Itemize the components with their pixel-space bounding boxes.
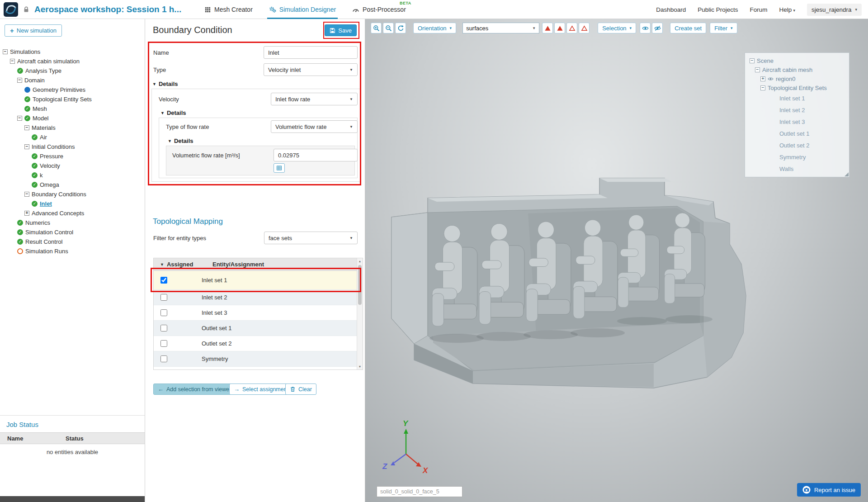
highlight-faces-button-2[interactable] bbox=[554, 23, 565, 33]
flow-rate-input[interactable] bbox=[274, 149, 358, 161]
expand-icon[interactable]: + bbox=[760, 76, 765, 81]
sidebar-item-boundary-conditions[interactable]: −Boundary Conditions bbox=[0, 189, 145, 199]
sort-descending-icon[interactable]: ▼ bbox=[160, 262, 164, 267]
scrollbar-thumb[interactable] bbox=[358, 265, 362, 305]
details-section-header[interactable]: ▼Details bbox=[152, 81, 178, 87]
scene-item-walls[interactable]: Walls bbox=[747, 163, 847, 175]
scene-item-inlet-set-2[interactable]: Inlet set 2 bbox=[747, 104, 847, 116]
collapse-icon[interactable]: − bbox=[760, 85, 765, 90]
table-row-outlet-set-2[interactable]: Outlet set 2 bbox=[154, 336, 363, 351]
sidebar-item-initial-conditions[interactable]: −Initial Conditions bbox=[0, 142, 145, 152]
resize-handle[interactable] bbox=[844, 172, 849, 176]
tab-simulation-designer[interactable]: Simulation Designer bbox=[267, 0, 338, 19]
velocity-select[interactable]: Inlet flow rate▼ bbox=[271, 93, 358, 105]
table-row-inlet-set-1[interactable]: Inlet set 1 bbox=[154, 271, 363, 290]
sidebar-item-air[interactable]: ✓Air bbox=[0, 133, 145, 142]
help-menu[interactable]: Help▾ bbox=[779, 6, 795, 13]
scroll-up-icon[interactable]: ▲ bbox=[357, 258, 363, 264]
add-selection-from-viewer-button[interactable]: ←Add selection from viewer bbox=[153, 384, 236, 395]
collapse-icon[interactable]: − bbox=[24, 192, 29, 197]
collapse-icon[interactable]: − bbox=[24, 125, 29, 130]
assignment-checkbox[interactable] bbox=[160, 340, 167, 347]
zoom-in-button[interactable] bbox=[371, 23, 382, 33]
sidebar-item-simulation-control[interactable]: ✓Simulation Control bbox=[0, 227, 145, 237]
selection-dropdown[interactable]: Selection▾ bbox=[598, 23, 636, 33]
hide-selection-button[interactable] bbox=[652, 23, 663, 33]
sidebar-item-mesh[interactable]: ✓Mesh bbox=[0, 104, 145, 114]
sidebar-item-topological-entity-sets[interactable]: ✓Topological Entity Sets bbox=[0, 95, 145, 104]
viewer-3d[interactable]: Y X Z Orientation▾ surfaces▼ bbox=[365, 19, 868, 502]
table-row-walls[interactable]: Walls bbox=[154, 367, 363, 370]
assignment-checkbox[interactable] bbox=[160, 309, 167, 316]
scene-item-topological-entity-sets[interactable]: −Topological Entity Sets bbox=[747, 83, 847, 92]
sidebar-item-analysis-type[interactable]: ✓Analysis Type bbox=[0, 66, 145, 76]
collapse-icon[interactable]: − bbox=[17, 116, 22, 121]
collapse-icon[interactable]: − bbox=[10, 59, 15, 64]
link-forum[interactable]: Forum bbox=[750, 6, 768, 13]
scene-item-inlet-set-1[interactable]: Inlet set 1 bbox=[747, 92, 847, 104]
highlight-faces-button-3[interactable] bbox=[566, 23, 577, 33]
scene-item-inlet-set-3[interactable]: Inlet set 3 bbox=[747, 116, 847, 128]
show-hidden-button[interactable] bbox=[640, 23, 651, 33]
table-row-inlet-set-2[interactable]: Inlet set 2 bbox=[154, 290, 363, 305]
create-set-button[interactable]: Create set bbox=[670, 23, 706, 33]
select-assignment-button[interactable]: →Select assignment bbox=[229, 384, 293, 395]
link-dashboard[interactable]: Dashboard bbox=[656, 6, 686, 13]
eye-icon[interactable] bbox=[768, 76, 774, 82]
table-input-button[interactable] bbox=[274, 163, 285, 173]
sidebar-item-materials[interactable]: −Materials bbox=[0, 123, 145, 133]
expand-icon[interactable]: + bbox=[24, 211, 29, 216]
tab-mesh-creator[interactable]: Mesh Creator bbox=[203, 0, 255, 19]
scene-item-scene[interactable]: −Scene bbox=[747, 56, 847, 65]
details-section-header-2[interactable]: ▼Details bbox=[160, 109, 186, 116]
assignment-checkbox[interactable] bbox=[160, 355, 167, 362]
sidebar-item-advanced-concepts[interactable]: +Advanced Concepts bbox=[0, 208, 145, 218]
type-select[interactable]: Velocity inlet▼ bbox=[264, 63, 358, 76]
collapse-icon[interactable]: − bbox=[3, 49, 8, 54]
report-an-issue-button[interactable]: Report an issue bbox=[797, 483, 861, 497]
sidebar-item-simulation-runs[interactable]: Simulation Runs bbox=[0, 246, 145, 256]
simscale-logo-icon[interactable] bbox=[4, 2, 18, 17]
table-row-outlet-set-1[interactable]: Outlet set 1 bbox=[154, 321, 363, 336]
flow-type-select[interactable]: Volumetric flow rate▼ bbox=[271, 120, 358, 133]
sidebar-item-pressure[interactable]: ✓Pressure bbox=[0, 152, 145, 161]
table-row-symmetry[interactable]: Symmetry bbox=[154, 351, 363, 367]
filter-dropdown[interactable]: Filter▾ bbox=[710, 23, 737, 33]
user-menu[interactable]: sjesu_rajendra▾ bbox=[807, 4, 862, 16]
tab-post-processor[interactable]: Post-Processor BETA bbox=[350, 0, 408, 19]
sidebar-item-simulations[interactable]: −Simulations bbox=[0, 47, 145, 57]
zoom-out-button[interactable] bbox=[383, 23, 394, 33]
sidebar-item-omega[interactable]: ✓Omega bbox=[0, 180, 145, 189]
orientation-dropdown[interactable]: Orientation▾ bbox=[413, 23, 456, 33]
details-section-header-3[interactable]: ▼Details bbox=[168, 137, 193, 144]
scroll-down-icon[interactable]: ▼ bbox=[357, 364, 363, 369]
collapse-icon[interactable]: − bbox=[750, 58, 755, 63]
collapse-icon[interactable]: − bbox=[755, 67, 760, 72]
sidebar-item-model[interactable]: −✓Model bbox=[0, 114, 145, 123]
sidebar-item-inlet[interactable]: ✓Inlet bbox=[0, 199, 145, 208]
sidebar-item-geometry-primitives[interactable]: Geometry Primitives bbox=[0, 85, 145, 95]
save-button[interactable]: Save bbox=[325, 24, 357, 36]
scene-item-region0[interactable]: +region0 bbox=[747, 74, 847, 83]
scene-item-outlet-set-2[interactable]: Outlet set 2 bbox=[747, 139, 847, 151]
aircraft-cabin-model[interactable] bbox=[392, 178, 746, 388]
entity-column-header[interactable]: Entity/Assignment bbox=[212, 261, 264, 268]
sidebar-item-aircraft-cabin-simulation[interactable]: −Aircraft cabin simulation bbox=[0, 57, 145, 66]
assigned-column-header[interactable]: Assigned bbox=[167, 261, 193, 268]
name-input[interactable] bbox=[264, 46, 358, 59]
scene-item-outlet-set-1[interactable]: Outlet set 1 bbox=[747, 128, 847, 139]
sidebar-item-numerics[interactable]: ✓Numerics bbox=[0, 218, 145, 227]
sidebar-item-k[interactable]: ✓k bbox=[0, 170, 145, 180]
sidebar-item-velocity[interactable]: ✓Velocity bbox=[0, 161, 145, 170]
reset-view-button[interactable] bbox=[395, 23, 406, 33]
filter-entity-types-select[interactable]: face sets▼ bbox=[264, 232, 358, 244]
sidebar-item-domain[interactable]: −Domain bbox=[0, 76, 145, 85]
assignment-checkbox[interactable] bbox=[160, 325, 167, 332]
selected-face-field[interactable] bbox=[377, 486, 462, 497]
table-scrollbar[interactable]: ▲ ▼ bbox=[357, 258, 363, 369]
new-simulation-button[interactable]: +New simulation bbox=[5, 24, 62, 37]
sidebar-item-result-control[interactable]: ✓Result Control bbox=[0, 237, 145, 246]
collapse-icon[interactable]: − bbox=[17, 78, 22, 83]
table-row-inlet-set-3[interactable]: Inlet set 3 bbox=[154, 305, 363, 321]
highlight-faces-button-1[interactable] bbox=[542, 23, 553, 33]
